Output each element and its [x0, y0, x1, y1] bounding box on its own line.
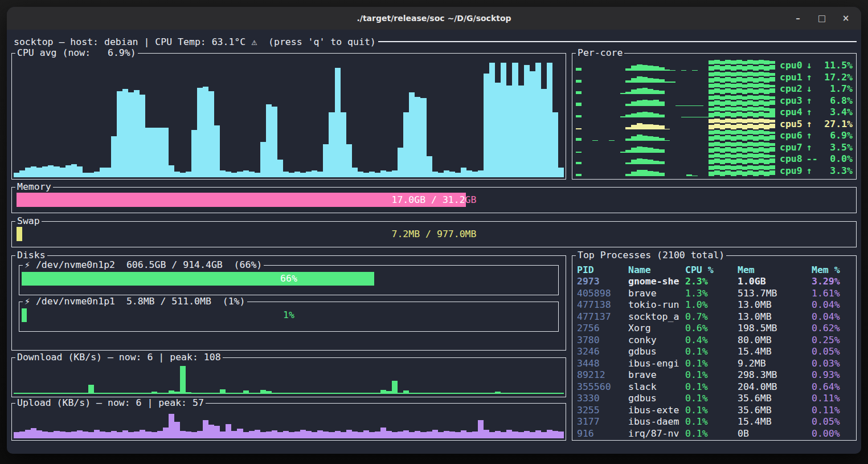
bar [312, 393, 317, 394]
table-cell: 1.0% [685, 299, 738, 311]
bar [255, 430, 260, 438]
bar [648, 78, 653, 83]
window-titlebar[interactable]: ./target/release/soc ~/D/G/socktop – □ × [7, 7, 861, 30]
table-cell: 0.4% [685, 334, 738, 346]
bar [83, 393, 88, 394]
bar [277, 432, 283, 438]
trend-arrow-icon: ↑ [806, 95, 812, 106]
bar [642, 65, 648, 71]
bar [714, 119, 720, 129]
per-core-row: cpu4↑3.4% [576, 107, 853, 117]
bar [670, 82, 675, 82]
bar [720, 84, 726, 94]
table-cell: 0.1% [685, 369, 738, 381]
upload-panel: Upload (KB/s) — now: 6 | peak: 57 [11, 403, 566, 441]
bar [653, 113, 659, 117]
core-usage-value: 1.7% [814, 83, 853, 94]
bar [609, 140, 615, 141]
per-core-label: cpu8--0.0% [780, 153, 853, 164]
bar [432, 393, 438, 394]
table-cell: 916 [577, 428, 628, 439]
bar [317, 393, 323, 394]
bar [576, 162, 582, 165]
table-cell: ibus-engi [628, 357, 685, 369]
bar [648, 66, 653, 71]
bar [186, 172, 191, 177]
bar [742, 108, 748, 117]
bar [747, 83, 753, 94]
bar [272, 107, 277, 177]
upload-chart [14, 410, 564, 438]
bar [169, 414, 174, 438]
bar [31, 166, 36, 177]
per-core-sparkline [576, 165, 775, 176]
per-core-panel: Per-core cpu0↓11.5%cpu1↑17.2%cpu2↓1.7%cp… [572, 53, 857, 180]
table-row: 3246gdbus0.1%15.4MB0.05% [577, 346, 851, 358]
bar [592, 140, 598, 141]
bar [625, 150, 631, 153]
core-name: cpu6 [780, 130, 803, 141]
bar [731, 84, 736, 94]
gauge-fill: 1% [22, 308, 27, 322]
minimize-button[interactable]: – [791, 11, 805, 26]
trend-arrow-icon: ↑ [806, 165, 812, 176]
bar [769, 120, 775, 129]
bar [294, 432, 300, 438]
per-core-row: cpu9↑3.3% [576, 165, 853, 176]
table-cell: 15.4MB [738, 346, 812, 358]
bar [709, 60, 714, 71]
per-core-row: cpu1↑17.2% [576, 72, 853, 83]
bar [631, 125, 637, 129]
per-core-label: cpu1↑17.2% [780, 72, 853, 83]
bar [54, 431, 59, 438]
bar [461, 393, 466, 394]
bar [375, 173, 380, 177]
bar [709, 96, 714, 105]
bar [709, 143, 714, 153]
bar [300, 173, 306, 177]
table-cell: 513.7MB [738, 287, 812, 299]
bar [714, 165, 720, 176]
bar [659, 149, 665, 153]
table-cell: brave [628, 287, 685, 299]
bar [94, 430, 100, 438]
bar [659, 115, 665, 118]
bar [444, 170, 449, 177]
bar [197, 393, 203, 394]
bar [283, 393, 289, 394]
bar [692, 176, 698, 176]
bar [117, 393, 122, 394]
disk-item-nvme0n1p1: ⚡/dev/nvme0n1p1 5.8MB / 511.0MB (1%) 1%1… [19, 302, 559, 332]
per-core-row: cpu6↑6.9% [576, 130, 853, 141]
bar [432, 430, 438, 438]
close-button[interactable]: × [838, 11, 853, 26]
bar [186, 392, 191, 394]
bar [709, 131, 714, 141]
bar [420, 432, 426, 438]
bar [88, 173, 94, 177]
bar [753, 72, 759, 83]
bar [736, 165, 742, 176]
bar [659, 101, 665, 105]
bar [455, 432, 461, 438]
window-controls: – □ × [791, 7, 853, 30]
bar [725, 130, 731, 141]
core-name: cpu1 [780, 72, 803, 83]
bar [736, 107, 742, 117]
bar [220, 389, 226, 394]
bar [438, 173, 444, 177]
table-cell: 0.93% [812, 369, 851, 381]
maximize-button[interactable]: □ [814, 11, 829, 26]
bar [653, 149, 659, 153]
table-row: 405898brave1.3%513.7MB1.61% [577, 287, 851, 299]
trend-arrow-icon: ↑ [806, 142, 812, 153]
core-usage-value: 3.4% [814, 107, 853, 117]
table-cell: 0.03% [812, 357, 851, 369]
bar [720, 72, 726, 82]
bar [398, 432, 403, 438]
bar [759, 95, 764, 106]
bar [731, 154, 736, 165]
bar [111, 393, 117, 394]
bar [169, 390, 174, 394]
bar [753, 96, 759, 106]
